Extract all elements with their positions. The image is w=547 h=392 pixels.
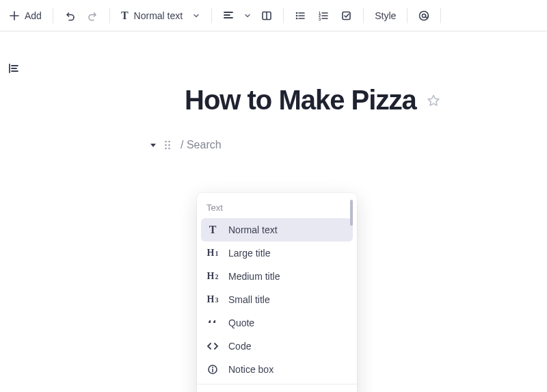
menu-section-label: Text	[197, 200, 357, 218]
text-icon: T	[205, 224, 220, 236]
bullet-list-icon	[295, 10, 306, 21]
add-label: Add	[25, 10, 42, 21]
collapse-toggle[interactable]	[149, 141, 157, 149]
quote-icon	[205, 317, 220, 328]
h2-icon: H2	[205, 271, 220, 282]
drag-icon	[164, 140, 171, 151]
align-button[interactable]	[217, 5, 239, 27]
block-insert-row: / Search	[149, 139, 547, 151]
separator	[211, 8, 212, 23]
toolbar: Add T Normal text 123 Style	[0, 0, 547, 31]
svg-point-15	[168, 148, 170, 150]
mention-button[interactable]	[413, 5, 435, 27]
menu-item-large-title[interactable]: H1 Large title	[197, 241, 357, 265]
svg-point-11	[168, 141, 170, 143]
svg-point-9	[423, 14, 426, 17]
chevron-down-icon	[192, 12, 200, 20]
svg-point-10	[165, 141, 167, 143]
slash-command-input[interactable]: / Search	[181, 139, 222, 151]
svg-point-1	[296, 12, 298, 14]
menu-item-label: Large title	[228, 248, 270, 259]
svg-point-17	[212, 367, 213, 368]
menu-item-quote[interactable]: Quote	[197, 311, 357, 335]
bullet-list-button[interactable]	[289, 5, 311, 27]
redo-icon	[88, 10, 98, 21]
numbered-list-button[interactable]: 123	[312, 5, 334, 27]
block-type-menu: Text T Normal text H1 Large title H2 Med…	[197, 193, 357, 392]
numbered-list-icon: 123	[318, 10, 329, 21]
svg-point-14	[165, 148, 167, 150]
undo-icon	[64, 10, 75, 21]
menu-item-label: Normal text	[228, 224, 278, 235]
slash-placeholder: Search	[187, 139, 222, 151]
svg-point-13	[168, 144, 170, 146]
separator	[440, 8, 441, 23]
scrollbar-thumb[interactable]	[350, 200, 353, 226]
separator	[53, 8, 53, 23]
code-icon	[205, 341, 220, 352]
svg-point-12	[165, 144, 167, 146]
text-format-label: Normal text	[134, 10, 183, 21]
separator	[109, 8, 110, 23]
align-dropdown[interactable]	[241, 5, 254, 27]
svg-point-8	[420, 11, 429, 20]
separator	[407, 8, 408, 23]
menu-item-code[interactable]: Code	[197, 335, 357, 358]
checklist-button[interactable]	[336, 5, 358, 27]
svg-text:3: 3	[319, 16, 321, 21]
columns-button[interactable]	[256, 5, 278, 27]
checkbox-icon	[341, 10, 352, 21]
style-label: Style	[375, 10, 396, 21]
menu-item-label: Quote	[228, 317, 254, 328]
undo-button[interactable]	[59, 5, 81, 27]
h1-icon: H1	[205, 248, 220, 259]
document-area: How to Make Pizza / Search Text T Normal…	[0, 31, 547, 151]
menu-item-label: Small title	[228, 294, 270, 305]
separator	[283, 8, 284, 23]
separator	[363, 8, 364, 23]
triangle-down-icon	[149, 141, 157, 149]
slash-prefix: /	[181, 139, 183, 151]
menu-item-notice-box[interactable]: Notice box	[197, 358, 357, 381]
at-icon	[418, 10, 430, 22]
star-icon	[426, 93, 441, 108]
info-icon	[205, 364, 220, 375]
plus-icon	[10, 11, 19, 21]
drag-handle[interactable]	[164, 140, 171, 151]
svg-point-2	[296, 14, 298, 16]
text-format-select[interactable]: T Normal text	[116, 5, 206, 27]
menu-item-normal-text[interactable]: T Normal text	[201, 218, 353, 241]
text-icon: T	[121, 10, 129, 22]
more-options-button[interactable]: More options	[197, 384, 357, 392]
menu-item-label: Notice box	[228, 364, 274, 375]
svg-rect-7	[343, 12, 350, 19]
style-button[interactable]: Style	[369, 5, 401, 27]
menu-item-medium-title[interactable]: H2 Medium title	[197, 265, 357, 288]
add-button[interactable]: Add	[4, 5, 47, 27]
chevron-down-icon	[243, 12, 252, 20]
page-title[interactable]: How to Make Pizza	[185, 85, 416, 116]
favorite-button[interactable]	[426, 93, 441, 108]
menu-item-label: Medium title	[228, 271, 280, 282]
title-row: How to Make Pizza	[185, 85, 547, 116]
svg-point-3	[296, 17, 298, 19]
redo-button[interactable]	[82, 5, 104, 27]
align-left-icon	[223, 10, 234, 21]
columns-icon	[261, 10, 272, 21]
h3-icon: H3	[205, 294, 220, 305]
menu-item-small-title[interactable]: H3 Small title	[197, 288, 357, 311]
menu-item-label: Code	[228, 341, 251, 352]
